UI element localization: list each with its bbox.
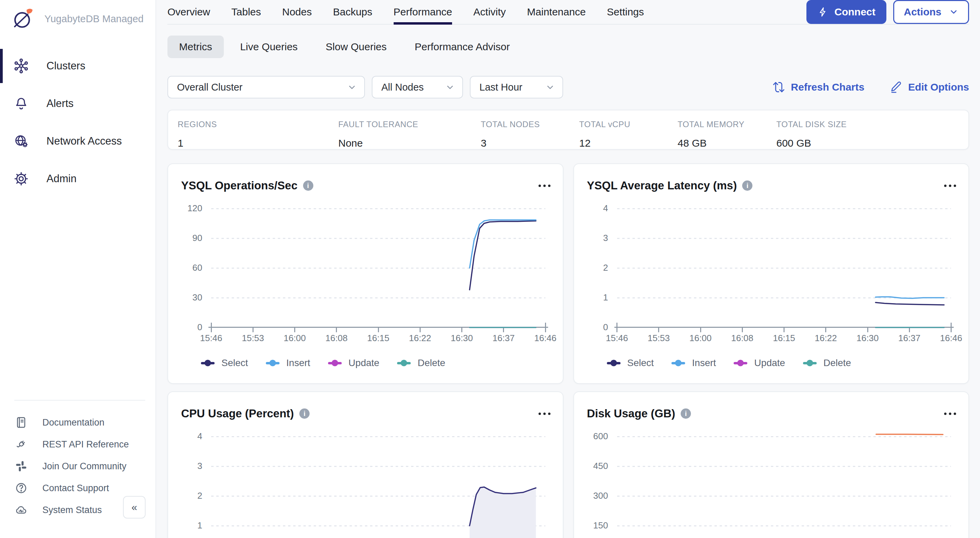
sidebar-footer-label: Join Our Community (42, 461, 126, 472)
axis-tick (742, 328, 743, 332)
select-value: Last Hour (479, 82, 522, 93)
x-axis-label: 15:46 (606, 333, 628, 344)
axis-tick (867, 328, 868, 332)
y-axis-label: 150 (577, 520, 608, 531)
tab-maintenance[interactable]: Maintenance (527, 0, 585, 24)
sidebar-footer-label: REST API Reference (42, 439, 129, 450)
axis-tick (825, 328, 826, 332)
legend-item-select: Select (607, 358, 654, 368)
legend-item-delete: Delete (803, 358, 851, 368)
tab-nodes[interactable]: Nodes (282, 0, 312, 24)
tab-tables[interactable]: Tables (231, 0, 261, 24)
axis-tick (951, 328, 951, 332)
cluster-select[interactable]: Overall Cluster (167, 76, 365, 99)
axis-tick (336, 328, 337, 332)
edit-options-label: Edit Options (908, 81, 969, 93)
pencil-icon (890, 81, 902, 93)
legend-label: Select (627, 358, 654, 368)
sidebar-footer-label: System Status (42, 505, 102, 516)
info-icon[interactable]: i (303, 180, 313, 191)
refresh-charts-label: Refresh Charts (791, 81, 864, 93)
cluster-tabs: OverviewTablesNodesBackupsPerformanceAct… (167, 0, 644, 24)
sidebar-footer-item-join-our-community[interactable]: Join Our Community (14, 455, 145, 477)
x-axis-label: 16:00 (283, 333, 306, 344)
stat-value: 12 (579, 137, 678, 149)
sidebar: YugabyteDB Managed ClustersAlertsNetwork… (0, 0, 156, 538)
stat-value: None (338, 137, 481, 149)
connect-button[interactable]: Connect (807, 0, 886, 24)
chart-menu-button[interactable] (943, 409, 957, 419)
legend-marker-update (733, 362, 747, 365)
stat-value: 48 GB (678, 137, 776, 149)
sidebar-item-clusters[interactable]: Clusters (0, 47, 156, 85)
chart-menu-button[interactable] (538, 181, 551, 190)
time-range-select[interactable]: Last Hour (470, 76, 563, 99)
y-axis-label: 4 (577, 203, 608, 213)
sidebar-footer-item-rest-api-reference[interactable]: REST API Reference (14, 433, 145, 455)
refresh-charts-link[interactable]: Refresh Charts (773, 81, 864, 93)
chart-title: Disk Usage (GB) (587, 407, 676, 420)
y-axis-label: 1 (171, 520, 202, 531)
stat-total-disk-size: TOTAL DISK SIZE600 GB (776, 119, 847, 149)
legend-marker-select (201, 362, 215, 365)
tab-backups[interactable]: Backups (333, 0, 372, 24)
tab-settings[interactable]: Settings (607, 0, 644, 24)
x-axis-label: 16:22 (409, 333, 431, 344)
legend-marker-insert (266, 362, 280, 365)
info-icon[interactable]: i (299, 409, 310, 419)
info-icon[interactable]: i (742, 180, 752, 191)
legend-marker-delete (397, 362, 411, 365)
community-icon (14, 459, 28, 473)
subtab-live-queries[interactable]: Live Queries (229, 35, 309, 58)
legend-item-delete: Delete (397, 358, 445, 368)
filter-row: Overall ClusterAll NodesLast Hour Refres… (167, 76, 969, 99)
charts-grid: YSQL Operations/Sec i 030609012015:4615:… (167, 163, 969, 538)
chevron-down-icon (347, 83, 357, 92)
stat-value: 3 (481, 137, 579, 149)
legend-marker-update (328, 362, 342, 365)
axis-tick (909, 328, 910, 332)
x-axis-label: 16:30 (856, 333, 878, 344)
chevron-down-icon (546, 83, 555, 92)
sidebar-divider (14, 400, 145, 401)
info-icon[interactable]: i (681, 409, 691, 419)
chart-actions: Refresh Charts Edit Options (773, 81, 969, 93)
sidebar-footer-item-contact-support[interactable]: Contact Support (14, 477, 145, 499)
chart-menu-button[interactable] (538, 409, 551, 419)
subtab-performance-advisor[interactable]: Performance Advisor (403, 35, 522, 58)
edit-options-link[interactable]: Edit Options (890, 81, 969, 93)
tab-performance[interactable]: Performance (394, 0, 452, 24)
legend-item-insert: Insert (671, 358, 716, 368)
tab-activity[interactable]: Activity (473, 0, 506, 24)
y-axis-label: 90 (171, 233, 202, 244)
sidebar-footer-item-documentation[interactable]: Documentation (14, 412, 145, 433)
axis-tick (700, 328, 701, 332)
sidebar-item-admin[interactable]: Admin (0, 160, 156, 197)
cluster-icon (13, 58, 29, 74)
sidebar-footer-label: Contact Support (42, 483, 109, 493)
gear-icon (13, 170, 29, 187)
performance-subtabs: MetricsLive QueriesSlow QueriesPerforman… (167, 35, 969, 58)
stat-regions: REGIONS1 (178, 119, 338, 149)
subtab-slow-queries[interactable]: Slow Queries (314, 35, 398, 58)
x-axis-label: 16:08 (325, 333, 347, 344)
chart-card-disk-usage: Disk Usage (GB) i 015030045060015:4615:5… (573, 392, 969, 538)
subtab-metrics[interactable]: Metrics (167, 35, 224, 58)
plug-icon (14, 438, 28, 451)
sidebar-item-network-access[interactable]: Network Access (0, 123, 156, 160)
sidebar-item-alerts[interactable]: Alerts (0, 85, 156, 123)
legend-label: Insert (692, 358, 716, 368)
tab-overview[interactable]: Overview (167, 0, 210, 24)
series-line-disk-usage (876, 435, 943, 435)
x-axis-label: 16:46 (534, 333, 556, 344)
actions-button[interactable]: Actions (893, 0, 969, 24)
sidebar-footer-label: Documentation (42, 417, 105, 428)
y-axis-label: 1 (577, 292, 608, 303)
stat-total-memory: TOTAL MEMORY48 GB (678, 119, 776, 149)
refresh-icon (773, 81, 785, 93)
axis-tick (294, 328, 295, 332)
main-content: OverviewTablesNodesBackupsPerformanceAct… (156, 0, 980, 538)
chart-menu-button[interactable] (943, 181, 957, 190)
nodes-select[interactable]: All Nodes (372, 76, 463, 99)
sidebar-collapse-button[interactable]: « (123, 496, 146, 519)
